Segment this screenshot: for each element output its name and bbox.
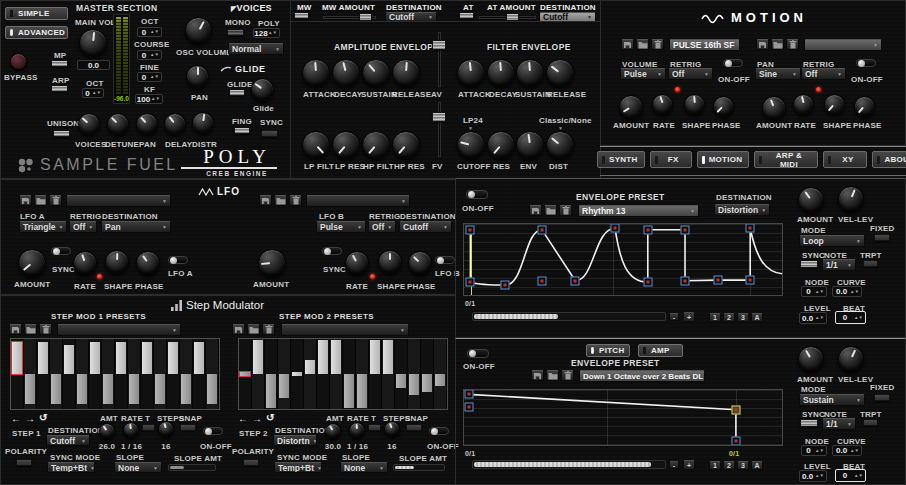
fine-stepper[interactable]: 0▲▼ bbox=[137, 72, 162, 82]
stepmod1-slope-dropdown[interactable]: None▼ bbox=[114, 462, 162, 473]
envelope-node[interactable] bbox=[537, 225, 546, 234]
step-cell[interactable] bbox=[421, 339, 434, 409]
mw-button[interactable] bbox=[294, 12, 309, 19]
amp-decay-knob[interactable] bbox=[332, 59, 360, 87]
advanced-button[interactable]: ADVANCED bbox=[5, 26, 68, 39]
stepmod1-amt-knob[interactable] bbox=[99, 423, 115, 439]
envelope-node[interactable] bbox=[731, 405, 740, 414]
env2-save-button[interactable] bbox=[531, 370, 544, 381]
stepmod2-reset-icon[interactable]: ↺ bbox=[266, 413, 275, 423]
env1-preset-dropdown[interactable]: Rhythm 13▼ bbox=[578, 205, 699, 217]
stepmod1-reset-icon[interactable]: ↺ bbox=[39, 413, 48, 423]
step-cell[interactable] bbox=[154, 339, 167, 409]
envelope-node[interactable] bbox=[571, 276, 580, 285]
lfob-amount-knob[interactable] bbox=[258, 249, 286, 277]
master-pan-knob[interactable] bbox=[186, 65, 209, 88]
env2-zoom-out-button[interactable]: - bbox=[669, 461, 679, 469]
lp-mode-label[interactable]: LP24 bbox=[463, 117, 483, 125]
lfoa-rate-knob[interactable] bbox=[73, 251, 97, 275]
unison-voices-knob[interactable] bbox=[78, 113, 100, 135]
arp-oct-stepper[interactable]: 0▲▼ bbox=[82, 88, 104, 98]
env1-fixed-button[interactable] bbox=[874, 234, 890, 241]
motion1-onoff-toggle[interactable] bbox=[723, 59, 743, 67]
unison-delay-knob[interactable] bbox=[164, 113, 186, 135]
env2-amp-button[interactable]: AMP bbox=[638, 344, 683, 357]
motion1-retrig-dropdown[interactable]: Off▼ bbox=[668, 68, 713, 80]
env1-note-dropdown[interactable]: 1/1▼ bbox=[822, 259, 856, 271]
stepmod1-onoff-toggle[interactable] bbox=[203, 427, 223, 435]
envelope-node[interactable] bbox=[746, 276, 755, 285]
env1-sync-button[interactable] bbox=[800, 260, 818, 268]
stepmod2-delete-button[interactable] bbox=[262, 324, 275, 335]
stepmod1-polarity-button[interactable] bbox=[16, 459, 32, 466]
env2-level-stepper[interactable]: 0.0▲▼ bbox=[799, 470, 827, 482]
stepmod1-destination-dropdown[interactable]: Cutoff▼ bbox=[46, 435, 90, 446]
env2-scrollbar[interactable] bbox=[472, 460, 666, 469]
cutoff-knob[interactable] bbox=[457, 131, 485, 159]
lfoa-preset-dropdown[interactable]: ▼ bbox=[66, 195, 171, 207]
stepmod2-next-icon[interactable]: → bbox=[252, 414, 262, 424]
lfob-wave-dropdown[interactable]: Pulse▼ bbox=[316, 221, 366, 233]
stepmod1-next-icon[interactable]: → bbox=[25, 414, 35, 424]
lfob-destination-dropdown[interactable]: Cutoff▼ bbox=[399, 221, 452, 233]
envelope-node[interactable] bbox=[501, 281, 510, 290]
envelope-node[interactable] bbox=[466, 225, 475, 234]
motion1-amount-knob[interactable] bbox=[619, 95, 643, 119]
envelope-node[interactable] bbox=[643, 225, 652, 234]
stepmod2-slope-dropdown[interactable]: None▼ bbox=[340, 462, 388, 473]
step-cell[interactable] bbox=[11, 339, 24, 409]
envelope-node[interactable] bbox=[464, 390, 473, 399]
env1-view2-button[interactable]: 2 bbox=[723, 313, 735, 322]
lfob-preset-dropdown[interactable]: ▼ bbox=[306, 195, 410, 207]
amp-release-knob[interactable] bbox=[392, 59, 420, 87]
stepmod1-rate-knob[interactable] bbox=[123, 422, 139, 438]
amp-sustain-knob[interactable] bbox=[362, 59, 390, 87]
stepmod1-display[interactable] bbox=[10, 338, 220, 410]
env2-viewall-button[interactable]: A bbox=[751, 461, 763, 470]
stepmod1-steps-knob[interactable] bbox=[158, 421, 174, 437]
mono-button[interactable] bbox=[227, 29, 244, 36]
env2-trpt-button[interactable] bbox=[863, 419, 878, 426]
step-cell[interactable] bbox=[278, 339, 291, 409]
simple-button[interactable]: SIMPLE bbox=[5, 7, 68, 20]
motion1-rate-knob[interactable] bbox=[652, 94, 673, 115]
filter-sustain-knob[interactable] bbox=[516, 59, 544, 87]
lfob-load-button[interactable] bbox=[274, 195, 287, 206]
envelope-node[interactable] bbox=[714, 276, 723, 285]
lfob-retrig-dropdown[interactable]: Off▼ bbox=[368, 221, 396, 233]
stepmod2-preset-dropdown[interactable]: ▼ bbox=[281, 324, 409, 336]
env2-amount-knob[interactable] bbox=[798, 346, 824, 372]
env1-beat-stepper[interactable]: 0▲▼ bbox=[835, 311, 866, 324]
envelope-node[interactable] bbox=[466, 278, 475, 287]
motion1-phase-knob[interactable] bbox=[713, 96, 734, 117]
lfoa-onoff-toggle[interactable] bbox=[168, 256, 188, 264]
env1-save-button[interactable] bbox=[529, 205, 542, 216]
course-stepper[interactable]: 0▲▼ bbox=[137, 50, 162, 60]
stepmod2-load-button[interactable] bbox=[247, 324, 260, 335]
tab-synth[interactable]: SYNTH bbox=[597, 151, 645, 168]
motion2-preset-dropdown[interactable]: ▼ bbox=[804, 39, 882, 51]
lfoa-shape-knob[interactable] bbox=[105, 250, 129, 274]
stepmod2-display[interactable] bbox=[238, 338, 448, 410]
stepmod2-snap-button[interactable] bbox=[406, 424, 422, 431]
fv-slider-handle[interactable] bbox=[432, 112, 446, 122]
step-cell[interactable] bbox=[24, 339, 37, 409]
at-amount-slider-thumb[interactable] bbox=[506, 13, 519, 21]
amp-attack-knob[interactable] bbox=[302, 59, 330, 87]
fing-button[interactable] bbox=[234, 127, 250, 134]
step-cell[interactable] bbox=[382, 339, 395, 409]
envelope-node[interactable] bbox=[643, 278, 652, 287]
motion2-wave-dropdown[interactable]: Sine▼ bbox=[755, 68, 801, 80]
lfob-delete-button[interactable] bbox=[289, 195, 302, 206]
envelope-node[interactable] bbox=[611, 224, 620, 233]
arp-button[interactable] bbox=[51, 85, 68, 92]
stepmod2-prev-icon[interactable]: ← bbox=[238, 414, 248, 424]
voice-mode-dropdown[interactable]: Normal▼ bbox=[228, 43, 284, 55]
oct-stepper[interactable]: 0▲▼ bbox=[137, 27, 162, 37]
step-cell[interactable] bbox=[291, 339, 304, 409]
hp-filt-knob[interactable] bbox=[362, 131, 390, 159]
res-knob[interactable] bbox=[487, 131, 515, 159]
lp-filt-knob[interactable] bbox=[302, 131, 330, 159]
stepmod2-syncmode-dropdown[interactable]: Temp+Bt▼ bbox=[274, 462, 322, 473]
step-cell[interactable] bbox=[265, 339, 278, 409]
